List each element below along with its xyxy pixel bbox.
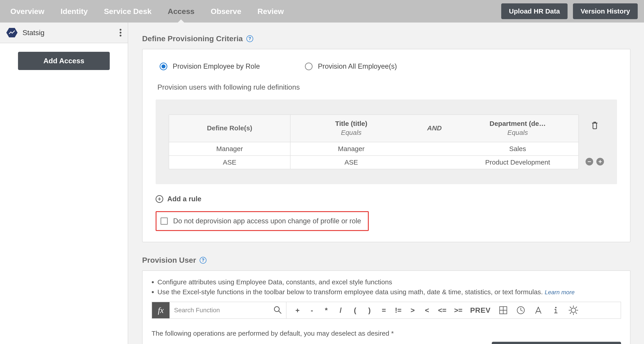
col-department: Department (de… Equals <box>457 115 578 142</box>
sidebar: Statsig Add Access <box>0 23 128 344</box>
criteria-panel: Provision Employee by Role Provision All… <box>142 49 630 242</box>
op-multiply[interactable]: * <box>323 306 330 314</box>
svg-line-22 <box>570 307 571 308</box>
cell-title: Manager <box>290 142 412 155</box>
op-minus[interactable]: - <box>308 306 315 314</box>
tab-service-desk[interactable]: Service Desk <box>100 0 156 23</box>
app-logo-icon <box>6 28 18 37</box>
upload-hr-data-button[interactable]: Upload HR Data <box>501 3 568 19</box>
op-gte[interactable]: >= <box>454 306 462 314</box>
function-search-wrap <box>170 302 286 318</box>
col-dept-l1: Department (de… <box>459 120 576 127</box>
op-paren-close[interactable]: ) <box>366 306 373 314</box>
cell-define: ASE <box>169 156 290 169</box>
col-define-roles: Define Role(s) <box>169 115 290 142</box>
plus-circle-icon <box>156 195 163 203</box>
radio-all-label: Provision All Employee(s) <box>318 62 397 70</box>
text-tool-icon[interactable] <box>533 305 543 315</box>
table-row: Manager Manager Sales <box>169 142 578 156</box>
cell-and <box>412 142 457 155</box>
provision-user-panel: Configure attributes using Employee Data… <box>142 270 630 344</box>
table-tool-icon[interactable] <box>498 305 508 315</box>
deprovision-checkbox-highlight: Do not deprovision app access upon chang… <box>156 211 369 231</box>
op-prev[interactable]: PREV <box>470 306 491 314</box>
tab-access[interactable]: Access <box>164 0 198 23</box>
formula-toolbar: fx + - * / ( ) = != > < <box>152 302 621 319</box>
col-title-l2: Equals <box>293 129 410 136</box>
clock-tool-icon[interactable] <box>516 305 526 315</box>
section-title-provision-user-text: Provision User <box>142 256 196 265</box>
app-identity: Statsig <box>6 28 44 37</box>
svg-point-13 <box>555 307 556 308</box>
app-menu-icon[interactable] <box>120 29 122 37</box>
provision-mode-radios: Provision Employee by Role Provision All… <box>156 62 617 70</box>
radio-selected-icon <box>160 63 167 70</box>
formula-operators: + - * / ( ) = != > < <= >= PREV <box>286 302 586 318</box>
cell-define: Manager <box>169 142 290 155</box>
cell-dept: Product Development <box>457 156 578 169</box>
learn-more-link[interactable]: Learn more <box>544 289 574 296</box>
op-paren-open[interactable]: ( <box>352 306 358 314</box>
version-history-button[interactable]: Version History <box>573 3 638 19</box>
op-gt[interactable]: > <box>409 306 416 314</box>
col-title: Title (title) Equals <box>290 115 412 142</box>
table-row: ASE ASE Product Development <box>169 156 578 169</box>
section-title-criteria-text: Define Provisioning Criteria <box>142 34 243 43</box>
bullet-item: Use the Excel-style functions in the too… <box>158 287 621 297</box>
op-lt[interactable]: < <box>424 306 430 314</box>
svg-point-5 <box>274 307 279 312</box>
rules-side-controls <box>586 114 604 165</box>
svg-line-23 <box>576 312 577 314</box>
radio-by-role-label: Provision Employee by Role <box>173 62 260 70</box>
op-eq[interactable]: = <box>380 306 387 314</box>
cell-and <box>412 156 457 169</box>
deprovision-label: Do not deprovision app access upon chang… <box>173 217 361 225</box>
rules-block: Define Role(s) Title (title) Equals AND … <box>156 99 617 184</box>
svg-line-24 <box>570 312 571 314</box>
fx-badge-icon: fx <box>152 302 170 318</box>
nav-tabs: Overview Identity Service Desk Access Ob… <box>6 0 288 23</box>
app-header: Statsig <box>0 23 128 43</box>
svg-point-17 <box>571 308 576 312</box>
help-icon[interactable]: ? <box>200 257 206 264</box>
default-operations-text: The following operations are performed b… <box>152 329 621 337</box>
tab-review[interactable]: Review <box>254 0 288 23</box>
col-dept-l2: Equals <box>459 129 576 136</box>
radio-all-employees[interactable]: Provision All Employee(s) <box>305 62 397 70</box>
bullet-text: Use the Excel-style functions in the too… <box>158 288 543 296</box>
svg-line-25 <box>576 307 577 308</box>
nav-actions: Upload HR Data Version History <box>501 3 638 19</box>
add-rule-label: Add a rule <box>167 195 202 203</box>
svg-line-12 <box>521 310 522 311</box>
cell-dept: Sales <box>457 142 578 155</box>
function-search-input[interactable] <box>174 306 270 314</box>
app-name: Statsig <box>22 29 44 37</box>
radio-by-role[interactable]: Provision Employee by Role <box>160 62 260 70</box>
cell-title: ASE <box>290 156 412 169</box>
radio-unselected-icon <box>305 63 312 70</box>
provision-user-bullets: Configure attributes using Employee Data… <box>158 277 621 297</box>
op-plus[interactable]: + <box>294 306 301 314</box>
col-and: AND <box>412 115 457 142</box>
remove-row-icon[interactable] <box>586 158 593 165</box>
ai-tool-icon[interactable] <box>568 305 578 315</box>
info-tool-icon[interactable] <box>551 305 561 315</box>
help-icon[interactable]: ? <box>246 35 253 42</box>
delete-rule-icon[interactable] <box>591 121 598 131</box>
tab-observe[interactable]: Observe <box>207 0 245 23</box>
add-row-icon[interactable] <box>596 158 604 165</box>
section-title-provision-user: Provision User ? <box>142 256 630 265</box>
svg-line-6 <box>279 311 281 313</box>
deprovision-checkbox[interactable] <box>160 218 168 225</box>
rules-table-header: Define Role(s) Title (title) Equals AND … <box>169 115 578 142</box>
search-icon[interactable] <box>273 305 282 315</box>
col-title-l1: Title (title) <box>293 120 410 127</box>
add-access-button[interactable]: Add Access <box>18 52 110 70</box>
tab-overview[interactable]: Overview <box>6 0 48 23</box>
op-divide[interactable]: / <box>337 306 344 314</box>
section-title-criteria: Define Provisioning Criteria ? <box>142 34 630 43</box>
add-rule-button[interactable]: Add a rule <box>156 195 617 203</box>
op-neq[interactable]: != <box>395 306 402 314</box>
op-lte[interactable]: <= <box>438 306 446 314</box>
tab-identity[interactable]: Identity <box>56 0 92 23</box>
